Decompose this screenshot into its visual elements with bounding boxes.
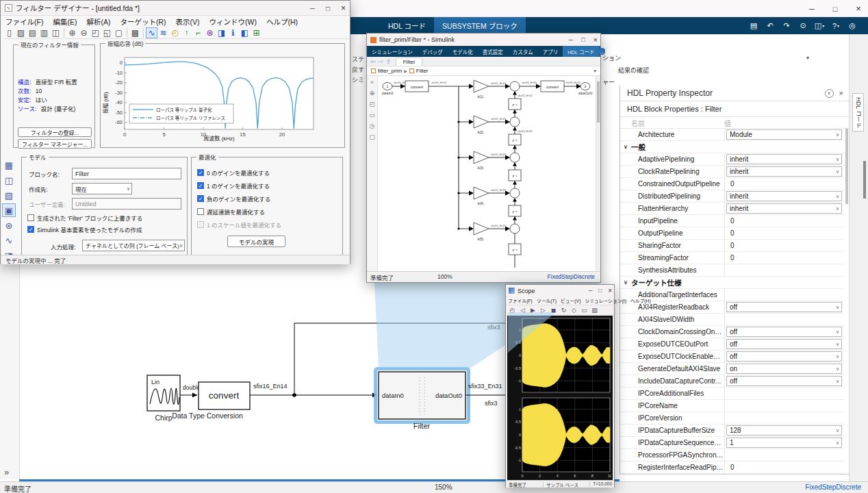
property-value-dropdown[interactable]: inherit∨ — [726, 191, 842, 201]
optimization-checkbox-4[interactable]: 1 のスケール値を最適化する — [197, 220, 281, 229]
pole-zero-icon[interactable]: ⊛ — [204, 27, 216, 38]
step-response-icon[interactable]: ⌐ — [192, 27, 204, 38]
scope-maximize-button[interactable]: □ — [598, 285, 602, 296]
editor-more-button[interactable]: … — [600, 48, 605, 55]
grid-icon[interactable]: ▩ — [129, 27, 141, 38]
nav-up-icon[interactable]: ⇧ — [386, 58, 392, 65]
panel-close-icon[interactable]: × — [839, 89, 843, 97]
print-preview-icon[interactable]: ◫ — [50, 27, 62, 38]
property-section-12[interactable]: ∨ターゲット仕様 — [620, 277, 845, 289]
editor-ribbon-tab-0[interactable]: シミュレーション — [367, 46, 418, 57]
help-icon[interactable]: ?▾ — [830, 20, 842, 32]
stop-icon[interactable]: ◼ — [549, 306, 558, 314]
optimization-checkbox-3[interactable]: 遅延連鎖を最適化する — [197, 207, 265, 216]
block-name-input[interactable]: Filter — [72, 168, 181, 179]
ribbon-dropdown-caret-icon[interactable]: ▾ — [806, 55, 809, 61]
nav-forward-icon[interactable]: ⇨ — [379, 58, 384, 65]
scope-menu-3[interactable]: シミュレーション(I) — [583, 296, 628, 305]
optimization-checkbox-1[interactable]: ✓1 のゲインを最適化する — [197, 181, 270, 190]
save-icon[interactable]: ▤ — [748, 20, 760, 32]
print-icon[interactable]: ▥ — [38, 27, 50, 38]
property-value-dropdown[interactable]: 1∨ — [726, 438, 842, 448]
nav-back-icon[interactable]: ⇦ — [370, 58, 376, 65]
fd-menu-1[interactable]: 編集(E) — [48, 15, 81, 28]
editor-solver-name[interactable]: FixedStepDiscrete — [548, 273, 595, 280]
property-value-text[interactable]: 0 — [730, 178, 735, 190]
hdl-code-vertical-tab[interactable]: HDL コード — [852, 93, 864, 131]
property-value-dropdown[interactable]: 128∨ — [726, 425, 842, 435]
realize-model-side-icon[interactable]: ▣ — [2, 203, 16, 217]
breadcrumb-caret-icon[interactable]: ▾ — [593, 68, 596, 74]
property-icon[interactable]: ▢ — [369, 134, 375, 140]
editor-maximize-button[interactable]: □ — [581, 34, 585, 46]
optimization-checkbox-2[interactable]: ✓負のゲインを最適化する — [197, 194, 270, 203]
breadcrumb-root[interactable]: filter_prim — [378, 68, 402, 74]
main-minimize-button[interactable]: ─ — [805, 0, 819, 17]
open-file-icon[interactable]: ▨ — [15, 27, 27, 38]
zoom-in-icon[interactable]: ⊕ — [66, 27, 78, 38]
magnitude-phase-icon[interactable]: ◧ — [239, 27, 251, 38]
property-value-text[interactable]: 0 — [730, 215, 735, 227]
scope-close-button[interactable]: × — [608, 285, 612, 296]
editor-minimize-button[interactable]: ─ — [569, 34, 573, 46]
property-section-1[interactable]: ∨一般 — [620, 141, 845, 153]
fd-menu-5[interactable]: ウィンドウ(W) — [205, 15, 261, 28]
model-checkbox-0[interactable]: 生成された 'Filter' ブロックに上書きする — [27, 214, 142, 222]
panel-menu-icon[interactable]: ∨ — [825, 89, 834, 98]
zoom-x-icon[interactable]: ◰ — [90, 27, 101, 38]
editor-close-button[interactable]: × — [593, 34, 598, 46]
measurements-icon[interactable]: ▭ — [580, 306, 589, 314]
magnitude-response-icon[interactable]: ∿ — [146, 27, 157, 38]
property-value-dropdown[interactable]: inherit∨ — [726, 154, 842, 164]
location-icon[interactable]: ◎ — [846, 20, 858, 32]
fd-minimize-button[interactable]: ─ — [310, 1, 315, 16]
zoom-icon[interactable]: ⊕ — [370, 90, 375, 97]
inspector-scrollbar-thumb[interactable] — [845, 129, 848, 204]
fd-close-button[interactable]: × — [341, 1, 346, 16]
zoom-out-icon[interactable]: ⊖ — [78, 27, 90, 38]
full-view-icon[interactable]: ◱ — [101, 27, 113, 38]
run-icon[interactable]: ▶ — [528, 306, 537, 314]
copy-icon[interactable]: ▢ — [113, 27, 125, 38]
main-ribbon-tab-0[interactable]: HDL コード — [380, 17, 434, 34]
editor-ribbon-tab-1[interactable]: デバッグ — [418, 46, 448, 57]
realize-model-button[interactable]: モデルの実現 — [227, 236, 285, 247]
editor-vscrollbar[interactable] — [596, 76, 600, 271]
editor-ribbon-tab-6[interactable]: HDL コード — [563, 46, 599, 57]
main-ribbon-tab-1[interactable]: SUBSYSTEM ブロック — [434, 17, 526, 34]
import-filter-icon[interactable]: ∿ — [2, 233, 16, 247]
hide-browser-icon[interactable]: « — [370, 79, 374, 86]
trigger-icon[interactable]: ◇ — [570, 306, 578, 314]
scope-menu-0[interactable]: ファイル(F) — [506, 296, 535, 305]
scope-settings-icon[interactable]: ◴ — [508, 306, 517, 314]
annotation-icon[interactable]: ▭ — [369, 112, 375, 118]
phase-response-icon[interactable]: ≋ — [157, 27, 169, 38]
scope-menu-4[interactable]: ヘルプ(H) — [628, 296, 653, 305]
style-icon[interactable]: ▨ — [590, 306, 599, 314]
transform-filter-icon[interactable]: ◫ — [2, 173, 16, 187]
fd-menu-6[interactable]: ヘルプ(H) — [261, 15, 303, 28]
set-quantization-icon[interactable]: ▦ — [2, 158, 16, 172]
scope-menu-1[interactable]: ツール(T) — [535, 296, 559, 305]
fd-menu-0[interactable]: ファイル(F) — [1, 15, 48, 28]
model-checkbox-1[interactable]: ✓Simulink 基本要素を使ったモデルの作成 — [27, 225, 142, 233]
canvas-expander-button[interactable]: » — [4, 467, 9, 477]
editor-ribbon-tab-5[interactable]: アプリ — [538, 46, 563, 57]
main-solver-name[interactable]: FixedStepDiscrete — [805, 483, 861, 491]
undo-icon[interactable]: ↶ — [764, 20, 776, 32]
destination-select[interactable]: 現在∨ — [72, 183, 132, 194]
property-value-dropdown[interactable]: inherit∨ — [726, 166, 842, 177]
library-icon[interactable]: ◫▾ — [813, 20, 826, 32]
restore-icon[interactable]: ↻ — [559, 306, 568, 314]
sample-time-icon[interactable]: ◷ — [370, 123, 375, 129]
editor-breadcrumb[interactable]: filter_prim ▶ Filter ▾ — [367, 66, 600, 76]
redo-icon[interactable]: ↷ — [780, 20, 793, 32]
fd-menu-4[interactable]: 表示(V) — [171, 15, 205, 28]
editor-doc-tab[interactable]: Filter — [396, 58, 423, 66]
property-value-dropdown[interactable]: Module∨ — [726, 129, 842, 140]
realize-model-icon[interactable]: ⊞ — [251, 27, 262, 38]
editor-diagram[interactable]: 1dataIn0sfix16_En14convertsfix16_En14k(1… — [378, 76, 596, 271]
property-value-dropdown[interactable]: off∨ — [726, 339, 842, 349]
breadcrumb-current[interactable]: Filter — [416, 68, 429, 74]
property-value-text[interactable]: 0 — [730, 252, 735, 264]
